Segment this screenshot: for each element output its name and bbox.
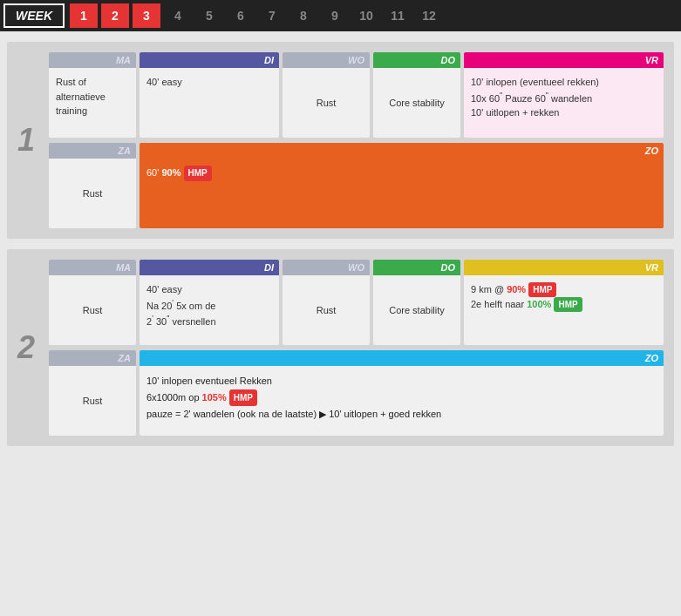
tab-week-5[interactable]: 5: [195, 3, 223, 28]
week2-ma-header: MA: [49, 260, 136, 275]
week-1-number: 1: [17, 122, 35, 159]
tab-week-7[interactable]: 7: [258, 3, 286, 28]
tab-week-9[interactable]: 9: [321, 3, 349, 28]
week1-di-header: DI: [140, 52, 279, 68]
week1-za-col: ZA Rust: [49, 143, 136, 228]
tab-week-3[interactable]: 3: [133, 3, 160, 28]
week1-zo-header: ZO: [140, 143, 664, 159]
week2-di-header: DI: [140, 260, 279, 275]
week1-zo-body: 60' 90% HMP: [140, 159, 664, 228]
week2-zo-line2: 6x1000m op 105% HMP: [146, 389, 657, 406]
week2-zo-body: 10' inlopen eventueel Rekken 6x1000m op …: [140, 366, 664, 436]
week2-vr-badge1: HMP: [528, 282, 556, 297]
week1-za-header: ZA: [49, 143, 136, 159]
week2-di-col: DI 40' easy Na 20' 5x om de 2' 30" versn…: [140, 260, 279, 345]
week1-za-text: Rust: [83, 186, 103, 201]
week2-vr-header: VR: [464, 260, 664, 275]
week1-do-text: Core stability: [389, 96, 445, 111]
week2-vr-line2: 2e helft naar 100% HMP: [471, 297, 657, 312]
week2-za-col: ZA Rust: [49, 350, 136, 436]
tab-week-11[interactable]: 11: [384, 3, 412, 28]
week2-zo-line3: pauze = 2' wandelen (ook na de laatste) …: [146, 406, 657, 423]
week2-vr-col: VR 9 km @ 90% HMP 2e helft naar 100% HMP: [464, 260, 664, 345]
week2-za-text: Rust: [83, 394, 103, 409]
week2-di-body: 40' easy Na 20' 5x om de 2' 30" versnell…: [140, 275, 279, 345]
week1-ma-header: MA: [49, 52, 136, 68]
week1-di-text: 40' easy: [146, 77, 182, 87]
tab-week-6[interactable]: 6: [227, 3, 255, 28]
week2-zo-col: ZO 10' inlopen eventueel Rekken 6x1000m …: [140, 350, 664, 436]
week1-do-body: Core stability: [373, 68, 460, 138]
week1-vr-line1: 10' inlopen (eventueel rekken): [471, 75, 657, 90]
week2-wo-body: Rust: [283, 275, 370, 345]
week2-wo-header: WO: [283, 260, 370, 275]
week1-di-body: 40' easy: [140, 68, 279, 138]
week-2-block: 2 MA Rust DI 40' easy Na 20' 5x om de: [7, 249, 674, 446]
week2-do-body: Core stability: [373, 275, 460, 345]
week1-do-header: DO: [373, 52, 460, 68]
week1-ma-body: Rust of alternatieve training: [49, 68, 136, 138]
week1-do-col: DO Core stability: [373, 52, 460, 138]
week2-do-col: DO Core stability: [373, 260, 460, 345]
week1-vr-col: VR 10' inlopen (eventueel rekken) 10x 60…: [464, 52, 664, 138]
week1-za-body: Rust: [49, 159, 136, 228]
week1-wo-body: Rust: [283, 68, 370, 138]
week2-vr-line1: 9 km @ 90% HMP: [471, 282, 657, 297]
tab-week-2[interactable]: 2: [101, 3, 129, 28]
week1-ma-col: MA Rust of alternatieve training: [49, 52, 136, 138]
week2-wo-col: WO Rust: [283, 260, 370, 345]
week2-do-text: Core stability: [389, 303, 445, 318]
week2-zo-header: ZO: [140, 350, 664, 366]
week-2-row-1: MA Rust DI 40' easy Na 20' 5x om de 2' 3…: [49, 260, 664, 345]
top-navigation: WEEK 1 2 3 4 5 6 7 8 9 10 11 12: [0, 0, 681, 31]
main-content: 1 MA Rust of alternatieve training DI 40…: [0, 31, 681, 457]
week1-wo-text: Rust: [317, 96, 337, 111]
week1-zo-pct: 90%: [161, 167, 180, 178]
week2-vr-pct2: 100%: [527, 299, 551, 309]
tab-week-1[interactable]: 1: [70, 3, 98, 28]
week2-za-header: ZA: [49, 350, 136, 366]
week2-do-header: DO: [373, 260, 460, 275]
tab-week-12[interactable]: 12: [415, 3, 443, 28]
week-label: WEEK: [3, 3, 65, 28]
week1-wo-col: WO Rust: [283, 52, 370, 138]
week2-ma-text: Rust: [83, 303, 103, 318]
week2-vr-pct1: 90%: [507, 284, 526, 294]
week-2-grid: MA Rust DI 40' easy Na 20' 5x om de 2' 3…: [49, 260, 664, 436]
week1-zo-min: 60': [146, 167, 159, 178]
week2-zo-badge: HMP: [229, 389, 257, 406]
week1-zo-badge: HMP: [184, 166, 212, 181]
week2-ma-col: MA Rust: [49, 260, 136, 345]
week2-di-line2: Na 20' 5x om de: [146, 297, 272, 313]
week2-wo-text: Rust: [317, 303, 337, 318]
week-2-row-2: ZA Rust ZO 10' inlopen eventueel Rekken …: [49, 350, 664, 436]
week1-zo-col: ZO 60' 90% HMP: [140, 143, 664, 228]
week-2-number: 2: [17, 329, 35, 366]
week1-ma-text: Rust of alternatieve training: [56, 77, 106, 116]
week2-di-line3: 2' 30" versnellen: [146, 313, 272, 328]
week-1-row-2: ZA Rust ZO 60' 90% HMP: [49, 143, 664, 228]
week-1-row-1: MA Rust of alternatieve training DI 40' …: [49, 52, 664, 138]
week1-wo-header: WO: [283, 52, 370, 68]
week2-za-body: Rust: [49, 366, 136, 436]
week2-vr-body: 9 km @ 90% HMP 2e helft naar 100% HMP: [464, 275, 664, 345]
week2-ma-body: Rust: [49, 275, 136, 345]
week1-vr-line3: 10' uitlopen + rekken: [471, 105, 657, 120]
week1-vr-header: VR: [464, 52, 664, 68]
week2-vr-badge2: HMP: [554, 297, 582, 312]
week1-vr-body: 10' inlopen (eventueel rekken) 10x 60" P…: [464, 68, 664, 138]
tab-week-4[interactable]: 4: [164, 3, 192, 28]
tab-week-8[interactable]: 8: [289, 3, 317, 28]
week-1-grid: MA Rust of alternatieve training DI 40' …: [49, 52, 664, 228]
week2-di-line1: 40' easy: [146, 282, 272, 297]
week1-vr-line2: 10x 60" Pauze 60" wandelen: [471, 90, 657, 105]
week1-di-col: DI 40' easy: [140, 52, 279, 138]
week-1-block: 1 MA Rust of alternatieve training DI 40…: [7, 42, 674, 239]
week2-zo-pct: 105%: [202, 392, 227, 403]
tab-week-10[interactable]: 10: [352, 3, 380, 28]
week2-zo-line1: 10' inlopen eventueel Rekken: [146, 373, 657, 389]
